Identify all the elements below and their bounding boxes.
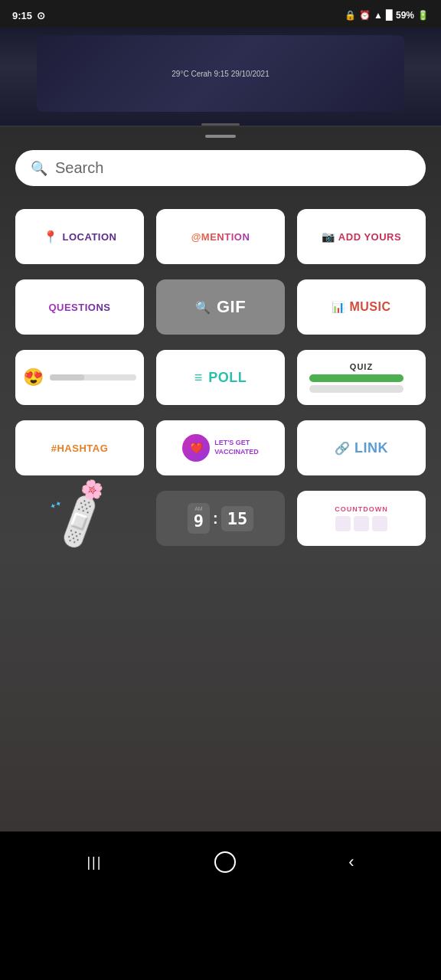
wifi-icon: ▲ [374,10,383,21]
countdown-label: COUNTDOWN [335,505,388,513]
clock-ampm: AM [194,506,203,511]
questions-label: QUESTIONS [48,302,110,313]
link-icon: 🔗 [335,441,350,456]
music-label: MUSIC [349,300,390,314]
clock-sticker[interactable]: AM 9 : 15 [156,491,285,546]
time: 9:15 [12,10,32,21]
quiz-title: QUIZ [350,362,373,371]
vaccinated-label: LET'S GETVACCINATED [214,439,259,456]
quiz-bar-row2 [309,385,414,393]
drag-handle [205,135,236,138]
search-gif-icon: 🔍 [195,300,211,315]
search-container: 🔍 Search [0,144,441,201]
hashtag-label: #HASHTAG [51,443,109,454]
mention-label: @MENTION [191,231,250,243]
sticker-row-1: 📍 LOCATION @MENTION 📷 ADD YOURS QUESTION… [0,201,441,483]
addyours-sticker[interactable]: 📷 ADD YOURS [297,209,426,264]
status-left: 9:15 ⊙ [12,10,45,21]
nav-recent-button[interactable]: ||| [87,854,102,871]
lock-icon: 🔒 [345,10,356,21]
nav-back-button[interactable]: ‹ [348,852,354,872]
countdown-block-1 [335,516,351,531]
battery-icon: 🔋 [417,10,429,21]
heart-icon: ❤️ [190,442,203,454]
camera-icon: 📷 [322,230,335,243]
pin-icon: 📍 [43,230,58,244]
link-sticker[interactable]: 🔗 LINK [297,420,426,475]
search-bar[interactable]: 🔍 Search [15,150,426,186]
poll-label: POLL [208,370,247,386]
emoji-face: 😍 [23,368,44,387]
screen-preview-inner: 29°C Cerah 9:15 29/10/2021 [37,35,404,112]
clock-minute-block: 15 [221,506,254,531]
clock-minute: 15 [227,509,248,528]
bandaid-svg: 🌸 ✦✦ 🩹 [47,490,113,554]
countdown-block-2 [354,516,369,531]
poll-sticker[interactable]: ≡ POLL [156,350,285,405]
questions-sticker[interactable]: QUESTIONS [15,279,144,335]
location-sticker[interactable]: 📍 LOCATION [15,209,144,264]
music-sticker[interactable]: 📊 MUSIC [297,279,426,335]
handle-bar [0,127,441,144]
gif-sticker[interactable]: 🔍 GIF [156,279,285,335]
countdown-blocks [335,516,387,531]
search-icon: 🔍 [31,160,47,177]
slider-fill [50,374,84,381]
bandaid-sticker[interactable]: 🌸 ✦✦ 🩹 [15,491,144,552]
bandaid-wrapper: 🌸 ✦✦ 🩹 [15,491,144,552]
countdown-sticker[interactable]: COUNTDOWN [297,491,426,546]
clock-hour: 9 [194,511,204,531]
whatsapp-icon: ⊙ [37,10,45,21]
taskbar-hint [201,123,240,126]
quiz-bar-row [309,374,414,382]
clock-hour-block: AM 9 [188,503,210,534]
alarm-icon: ⏰ [359,10,371,21]
sticker-panel: 🔍 Search 📍 LOCATION @MENTION 📷 ADD YOURS… [0,127,441,831]
battery: 59% [396,10,414,21]
status-bar: 9:15 ⊙ 🔒 ⏰ ▲ ▉ 59% 🔋 [0,0,441,28]
quiz-bar-wrong [309,385,403,393]
flower-icon: 🌸 [79,476,105,501]
search-input[interactable]: Search [55,159,103,177]
quiz-bar-correct [309,374,403,382]
signal-icon: ▉ [386,10,393,21]
nav-home-button[interactable] [214,851,236,873]
mention-sticker[interactable]: @MENTION [156,209,285,264]
gif-label: GIF [217,297,246,317]
link-label: LINK [354,440,388,456]
status-right: 🔒 ⏰ ▲ ▉ 59% 🔋 [345,10,429,21]
sticker-row-bottom: 🌸 ✦✦ 🩹 AM 9 : 15 COUNTDOWN [0,483,441,560]
clock-colon: : [213,510,218,528]
emoji-slider-sticker[interactable]: 😍 [15,350,144,405]
vaccinated-sticker[interactable]: ❤️ LET'S GETVACCINATED [156,420,285,475]
vaccine-circle: ❤️ [182,434,210,462]
poll-icon: ≡ [194,370,203,386]
location-label: LOCATION [63,231,117,243]
countdown-block-3 [372,516,387,531]
screen-preview: 29°C Cerah 9:15 29/10/2021 [0,28,441,127]
addyours-label: ADD YOURS [338,231,401,243]
hashtag-sticker[interactable]: #HASHTAG [15,420,144,475]
music-icon: 📊 [332,301,345,313]
quiz-sticker[interactable]: QUIZ [297,350,426,405]
nav-bar: ||| ‹ [0,831,441,893]
slider-track [50,374,136,381]
